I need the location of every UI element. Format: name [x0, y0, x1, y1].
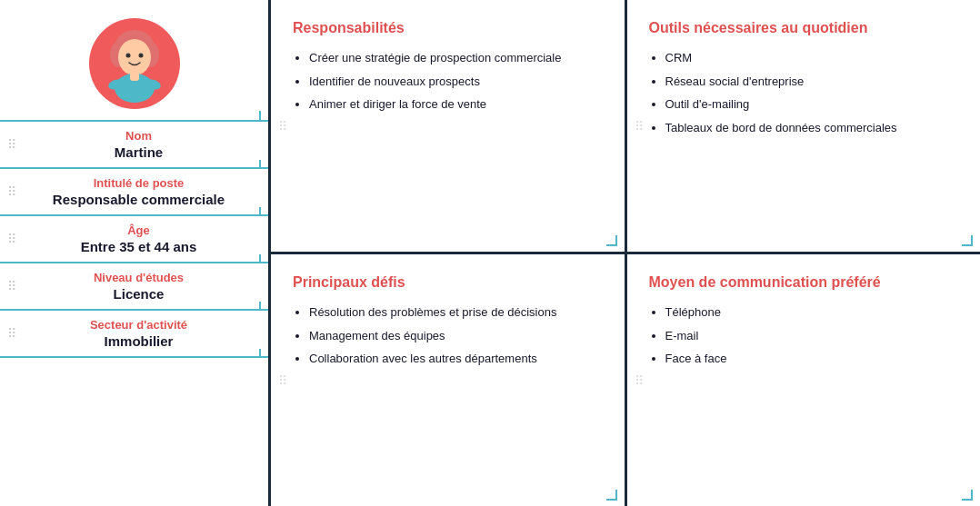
list-item: Management des équipes: [309, 327, 603, 345]
svg-point-4: [118, 39, 151, 75]
list-item: Tableaux de bord de données commerciales: [665, 119, 959, 137]
responsabilites-list: Créer une stratégie de prospection comme…: [293, 49, 603, 114]
panel-responsabilites: Responsabilités Créer une stratégie de p…: [271, 0, 625, 252]
defis-list: Résolution des problèmes et prise de déc…: [293, 303, 603, 368]
nom-value: Martine: [27, 144, 250, 160]
list-item: Résolution des problèmes et prise de déc…: [309, 303, 603, 322]
poste-row: Intitulé de poste Responsable commercial…: [0, 169, 268, 216]
avatar-section: [0, 9, 268, 122]
outils-title: Outils nécessaires au quotidien: [649, 20, 959, 36]
panel-defis: Principaux défis Résolution des problème…: [271, 254, 625, 506]
poste-value: Responsable commerciale: [27, 192, 250, 207]
age-value: Entre 35 et 44 ans: [27, 239, 250, 254]
poste-label: Intitulé de poste: [27, 176, 250, 190]
defis-title: Principaux défis: [293, 274, 603, 291]
list-item: Face à face: [665, 350, 959, 368]
responsabilites-title: Responsabilités: [293, 20, 603, 36]
communication-title: Moyen de communication préféré: [649, 274, 959, 291]
panel-communication: Moyen de communication préféré Téléphone…: [627, 254, 981, 506]
list-item: CRM: [665, 49, 959, 67]
etudes-label: Niveau d'études: [27, 271, 250, 284]
list-item: Créer une stratégie de prospection comme…: [309, 49, 603, 67]
list-item: E-mail: [665, 327, 959, 345]
list-item: Collaboration avec les autres départemen…: [309, 350, 603, 368]
list-item: Outil d'e-mailing: [665, 95, 959, 114]
secteur-value: Immobilier: [27, 333, 250, 349]
etudes-row: Niveau d'études Licence: [0, 263, 268, 311]
avatar: [89, 18, 180, 109]
secteur-row: Secteur d'activité Immobilier: [0, 311, 268, 358]
nom-row: Nom Martine: [0, 122, 268, 169]
panel-outils: Outils nécessaires au quotidien CRM Rése…: [627, 0, 981, 252]
etudes-value: Licence: [27, 286, 250, 302]
list-item: Réseau social d'entreprise: [665, 73, 959, 91]
svg-rect-8: [130, 72, 139, 81]
list-item: Identifier de nouveaux prospects: [309, 73, 603, 91]
nom-label: Nom: [27, 129, 250, 143]
svg-point-5: [125, 54, 130, 58]
outils-list: CRM Réseau social d'entreprise Outil d'e…: [649, 49, 959, 136]
left-panel: Nom Martine Intitulé de poste Responsabl…: [0, 0, 271, 506]
secteur-label: Secteur d'activité: [27, 318, 250, 332]
list-item: Téléphone: [665, 303, 959, 322]
right-panels: Responsabilités Créer une stratégie de p…: [271, 0, 980, 506]
communication-list: Téléphone E-mail Face à face: [649, 303, 959, 368]
list-item: Animer et diriger la force de vente: [309, 95, 603, 114]
age-row: Âge Entre 35 et 44 ans: [0, 216, 268, 263]
svg-point-6: [138, 54, 143, 58]
age-label: Âge: [27, 223, 250, 237]
